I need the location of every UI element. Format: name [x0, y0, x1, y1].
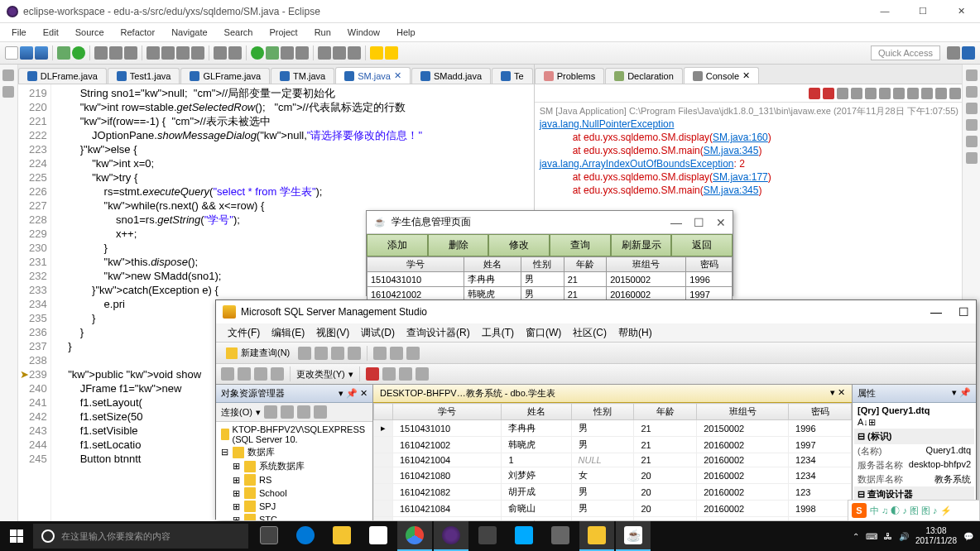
- toolbar-icon[interactable]: [124, 46, 137, 60]
- exception-link[interactable]: java.lang.NullPointerException: [540, 118, 675, 130]
- toolbar-icon[interactable]: [214, 46, 227, 60]
- menu-designer[interactable]: 查询设计器(R): [401, 324, 475, 342]
- toolbar-icon[interactable]: [331, 347, 344, 360]
- filter-icon[interactable]: [297, 405, 310, 419]
- tray-up-icon[interactable]: ⌃: [853, 532, 859, 541]
- menu-help[interactable]: 帮助(H): [613, 324, 657, 342]
- remove-icon[interactable]: [823, 88, 834, 99]
- maximize-button[interactable]: ☐: [958, 305, 969, 319]
- toolbar-icon[interactable]: [147, 46, 160, 60]
- tab-tm[interactable]: TM.java: [271, 68, 334, 84]
- toolbar-icon[interactable]: [191, 46, 204, 60]
- prop-row[interactable]: 服务器名称desktop-bhfpv2: [854, 458, 974, 472]
- toolbar-icon[interactable]: [416, 367, 429, 381]
- pin-console-icon[interactable]: [949, 88, 961, 99]
- query-button[interactable]: 查询: [550, 234, 611, 256]
- menu-view[interactable]: 视图(V): [311, 324, 354, 342]
- start-button[interactable]: [0, 521, 33, 551]
- menu-search[interactable]: Search: [218, 26, 260, 39]
- prop-row[interactable]: 数据库名称教务系统: [854, 472, 974, 486]
- tab-test1[interactable]: Test1.java: [108, 68, 180, 84]
- toolbar-icon[interactable]: [254, 367, 267, 381]
- connect-dropdown[interactable]: 连接(O): [221, 406, 252, 419]
- console-toolbar-icon[interactable]: [851, 88, 862, 99]
- menu-file[interactable]: File: [5, 26, 33, 39]
- menu-navigate[interactable]: Navigate: [165, 26, 214, 39]
- remove-all-icon[interactable]: [837, 88, 848, 99]
- menu-edit[interactable]: Edit: [36, 26, 65, 39]
- add-button[interactable]: 添加: [367, 234, 428, 256]
- eclipse-app[interactable]: [434, 521, 468, 551]
- toolbar-icon[interactable]: [176, 46, 190, 60]
- tab-smadd[interactable]: SMadd.java: [411, 68, 491, 84]
- close-tab-icon[interactable]: ▾ ✕: [830, 387, 845, 400]
- change-type-dropdown[interactable]: 更改类型(Y): [296, 368, 345, 381]
- minimize-button[interactable]: —: [670, 216, 682, 229]
- minimize-button[interactable]: —: [872, 6, 897, 17]
- taskbar-search[interactable]: 在这里输入你要搜索的内容: [33, 524, 248, 549]
- prop-row[interactable]: (名称)Query1.dtq: [854, 444, 974, 458]
- chrome-app[interactable]: [397, 521, 432, 551]
- minimize-button[interactable]: —: [930, 305, 942, 319]
- tree-db-school[interactable]: ⊞School: [218, 486, 371, 500]
- gutter-icon[interactable]: [2, 69, 14, 81]
- gutter-icon[interactable]: [2, 86, 14, 98]
- save-icon[interactable]: [390, 347, 403, 360]
- toolbar-icon[interactable]: [406, 347, 420, 360]
- toolbar-icon[interactable]: [94, 46, 108, 60]
- tree-db-spj[interactable]: ⊞SPJ: [218, 500, 371, 513]
- stack-link[interactable]: SM.java:345: [704, 145, 759, 156]
- stack-link[interactable]: SM.java:177: [713, 171, 768, 183]
- open-icon[interactable]: [373, 347, 387, 360]
- maximize-button[interactable]: ☐: [910, 6, 935, 17]
- gutter-icon[interactable]: [966, 136, 978, 147]
- sort-az-icon[interactable]: A↓: [858, 417, 868, 428]
- outline-icon[interactable]: [966, 86, 978, 98]
- stack-link[interactable]: SM.java:160: [713, 132, 768, 143]
- object-tree[interactable]: KTOP-BHFPV2V\SQLEXPRESS (SQL Server 10. …: [216, 422, 372, 520]
- toolbar-icon[interactable]: [382, 367, 396, 381]
- console-toolbar-icon[interactable]: [935, 88, 947, 99]
- stack-link[interactable]: SM.java:345: [704, 184, 759, 196]
- toolbar-icon[interactable]: [318, 46, 331, 60]
- tree-db-rs[interactable]: ⊞RS: [218, 473, 371, 486]
- run-icon[interactable]: [72, 46, 85, 60]
- tab-console[interactable]: Console ✕: [684, 67, 759, 84]
- explorer-app[interactable]: [324, 521, 359, 551]
- save-icon[interactable]: [20, 46, 33, 60]
- tab-problems[interactable]: Problems: [535, 68, 604, 84]
- menu-source[interactable]: Source: [69, 26, 111, 39]
- perspective-icon[interactable]: [947, 46, 960, 60]
- props-category[interactable]: ⊟ (标识): [854, 429, 974, 444]
- delete-button[interactable]: 删除: [428, 234, 489, 256]
- toolbar-icon[interactable]: [348, 347, 361, 360]
- tree-databases[interactable]: ⊟数据库: [218, 445, 371, 459]
- debug-icon[interactable]: [57, 46, 70, 60]
- app-icon[interactable]: [543, 521, 578, 551]
- app-icon[interactable]: [507, 521, 541, 551]
- terminate-icon[interactable]: [809, 88, 820, 99]
- save-all-icon[interactable]: [35, 46, 48, 60]
- sogou-ime-bar[interactable]: S 中 ♫ ◐ ♪ 图 图 ♪ ⚡: [848, 500, 980, 521]
- ssms-title-bar[interactable]: Microsoft SQL Server Management Studio —…: [216, 300, 976, 323]
- gutter-icon[interactable]: [966, 152, 978, 164]
- toolbar-icon[interactable]: [228, 46, 242, 60]
- tab-te[interactable]: Te: [492, 68, 533, 84]
- tree-sysdb[interactable]: ⊞系统数据库: [218, 459, 371, 473]
- tab-sm[interactable]: SM.java✕: [335, 67, 411, 84]
- back-button[interactable]: 返回: [671, 234, 733, 256]
- sort-icon[interactable]: ⊞: [868, 417, 876, 428]
- new-query-button[interactable]: 新建查询(N): [221, 345, 295, 361]
- menu-community[interactable]: 社区(C): [568, 324, 612, 342]
- console-toolbar-icon[interactable]: [879, 88, 891, 99]
- toolbar-icon[interactable]: [264, 405, 277, 419]
- tree-db-stc[interactable]: ⊞STC: [218, 513, 371, 520]
- toolbar-icon[interactable]: [238, 367, 251, 381]
- gutter-icon[interactable]: [966, 69, 978, 81]
- menu-debug[interactable]: 调试(D): [356, 324, 400, 342]
- clock[interactable]: 13:08 2017/11/28: [915, 526, 957, 546]
- console-toolbar-icon[interactable]: [865, 88, 877, 99]
- refresh-icon[interactable]: [314, 405, 327, 419]
- menu-run[interactable]: Run: [308, 26, 338, 39]
- execute-icon[interactable]: [366, 367, 379, 381]
